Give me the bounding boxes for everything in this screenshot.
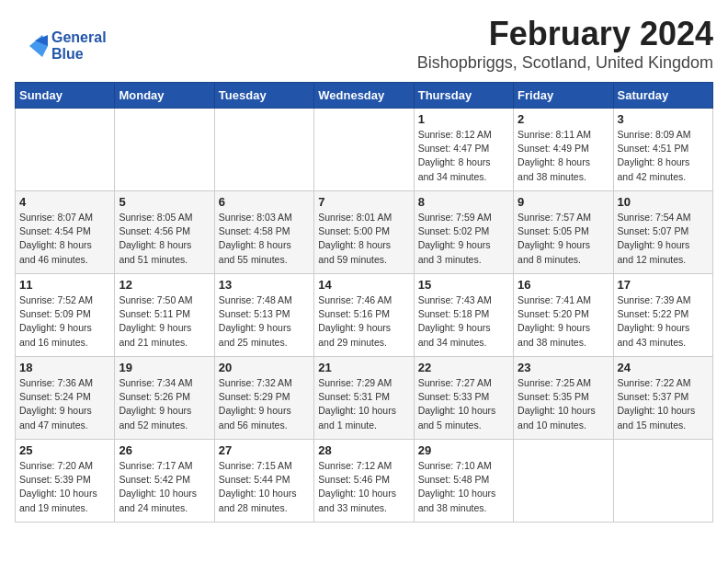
calendar-body: 1Sunrise: 8:12 AMSunset: 4:47 PMDaylight…: [16, 109, 713, 523]
day-detail: Sunrise: 7:36 AMSunset: 5:24 PMDaylight:…: [19, 376, 110, 432]
day-detail: Sunrise: 8:01 AMSunset: 5:00 PMDaylight:…: [318, 211, 409, 267]
table-row: 9Sunrise: 7:57 AMSunset: 5:05 PMDaylight…: [514, 191, 613, 274]
table-row: 28Sunrise: 7:12 AMSunset: 5:46 PMDayligh…: [314, 440, 414, 523]
day-number: 4: [19, 195, 110, 209]
day-detail: Sunrise: 7:48 AMSunset: 5:13 PMDaylight:…: [219, 293, 310, 350]
day-number: 23: [518, 361, 609, 374]
table-row: 29Sunrise: 7:10 AMSunset: 5:48 PMDayligh…: [414, 440, 513, 523]
day-detail: Sunrise: 7:12 AMSunset: 5:46 PMDaylight:…: [318, 459, 409, 515]
table-row: 13Sunrise: 7:48 AMSunset: 5:13 PMDayligh…: [214, 274, 313, 357]
col-monday: Monday: [115, 83, 214, 109]
day-detail: Sunrise: 7:15 AMSunset: 5:44 PMDaylight:…: [219, 459, 310, 515]
table-row: [214, 109, 313, 191]
day-number: 5: [119, 195, 210, 209]
day-detail: Sunrise: 7:59 AMSunset: 5:02 PMDaylight:…: [418, 211, 509, 267]
day-detail: Sunrise: 7:22 AMSunset: 5:37 PMDaylight:…: [618, 376, 709, 432]
table-row: 21Sunrise: 7:29 AMSunset: 5:31 PMDayligh…: [314, 357, 414, 440]
day-number: 7: [318, 195, 409, 209]
day-detail: Sunrise: 7:39 AMSunset: 5:22 PMDaylight:…: [618, 293, 709, 350]
table-row: 12Sunrise: 7:50 AMSunset: 5:11 PMDayligh…: [115, 274, 214, 357]
location-title: Bishopbriggs, Scotland, United Kingdom: [15, 53, 713, 73]
table-row: 14Sunrise: 7:46 AMSunset: 5:16 PMDayligh…: [314, 274, 414, 357]
day-number: 20: [219, 361, 310, 374]
day-number: 25: [19, 443, 110, 457]
day-number: 2: [518, 112, 609, 126]
day-number: 24: [618, 361, 709, 374]
table-row: 8Sunrise: 7:59 AMSunset: 5:02 PMDaylight…: [414, 191, 513, 274]
col-sunday: Sunday: [16, 83, 115, 109]
day-number: 1: [418, 112, 509, 126]
day-number: 29: [418, 443, 509, 457]
day-number: 15: [418, 278, 509, 292]
day-number: 18: [19, 361, 110, 374]
day-number: 11: [19, 278, 110, 292]
day-number: 13: [219, 278, 310, 292]
table-row: [16, 109, 115, 191]
day-number: 16: [518, 278, 609, 292]
table-row: 24Sunrise: 7:22 AMSunset: 5:37 PMDayligh…: [613, 357, 712, 440]
day-detail: Sunrise: 7:25 AMSunset: 5:35 PMDaylight:…: [518, 376, 609, 432]
day-detail: Sunrise: 8:12 AMSunset: 4:47 PMDaylight:…: [418, 128, 509, 184]
table-row: [314, 109, 414, 191]
table-row: [514, 440, 613, 523]
day-number: 17: [618, 278, 709, 292]
table-row: 20Sunrise: 7:32 AMSunset: 5:29 PMDayligh…: [214, 357, 313, 440]
day-number: 12: [119, 278, 210, 292]
day-number: 3: [618, 112, 709, 126]
day-detail: Sunrise: 8:11 AMSunset: 4:49 PMDaylight:…: [518, 128, 609, 184]
day-detail: Sunrise: 7:27 AMSunset: 5:33 PMDaylight:…: [418, 376, 509, 432]
table-row: 22Sunrise: 7:27 AMSunset: 5:33 PMDayligh…: [414, 357, 513, 440]
day-number: 27: [219, 443, 310, 457]
day-detail: Sunrise: 7:34 AMSunset: 5:26 PMDaylight:…: [119, 376, 210, 432]
table-row: 27Sunrise: 7:15 AMSunset: 5:44 PMDayligh…: [214, 440, 313, 523]
day-number: 28: [318, 443, 409, 457]
day-number: 8: [418, 195, 509, 209]
table-row: 7Sunrise: 8:01 AMSunset: 5:00 PMDaylight…: [314, 191, 414, 274]
table-row: 6Sunrise: 8:03 AMSunset: 4:58 PMDaylight…: [214, 191, 313, 274]
col-saturday: Saturday: [613, 83, 712, 109]
table-row: 16Sunrise: 7:41 AMSunset: 5:20 PMDayligh…: [514, 274, 613, 357]
day-number: 6: [219, 195, 310, 209]
day-detail: Sunrise: 7:57 AMSunset: 5:05 PMDaylight:…: [518, 211, 609, 267]
day-detail: Sunrise: 8:03 AMSunset: 4:58 PMDaylight:…: [219, 211, 310, 267]
col-friday: Friday: [514, 83, 613, 109]
table-row: 17Sunrise: 7:39 AMSunset: 5:22 PMDayligh…: [613, 274, 712, 357]
day-number: 10: [618, 195, 709, 209]
header-section: February 2024 Bishopbriggs, Scotland, Un…: [15, 15, 713, 73]
table-row: [115, 109, 214, 191]
day-number: 21: [318, 361, 409, 374]
table-row: 3Sunrise: 8:09 AMSunset: 4:51 PMDaylight…: [613, 109, 712, 191]
table-row: 11Sunrise: 7:52 AMSunset: 5:09 PMDayligh…: [16, 274, 115, 357]
col-wednesday: Wednesday: [314, 83, 414, 109]
table-row: 19Sunrise: 7:34 AMSunset: 5:26 PMDayligh…: [115, 357, 214, 440]
col-thursday: Thursday: [414, 83, 513, 109]
table-row: 2Sunrise: 8:11 AMSunset: 4:49 PMDaylight…: [514, 109, 613, 191]
day-detail: Sunrise: 7:32 AMSunset: 5:29 PMDaylight:…: [219, 376, 310, 432]
day-number: 22: [418, 361, 509, 374]
logo: General Blue: [29, 29, 107, 63]
col-tuesday: Tuesday: [214, 83, 313, 109]
table-row: 1Sunrise: 8:12 AMSunset: 4:47 PMDaylight…: [414, 109, 513, 191]
logo-graphic: [29, 29, 48, 63]
day-detail: Sunrise: 7:54 AMSunset: 5:07 PMDaylight:…: [618, 211, 709, 267]
day-detail: Sunrise: 7:50 AMSunset: 5:11 PMDaylight:…: [119, 293, 210, 350]
day-detail: Sunrise: 7:41 AMSunset: 5:20 PMDaylight:…: [518, 293, 609, 350]
day-detail: Sunrise: 7:52 AMSunset: 5:09 PMDaylight:…: [19, 293, 110, 350]
day-detail: Sunrise: 7:43 AMSunset: 5:18 PMDaylight:…: [418, 293, 509, 350]
table-row: 23Sunrise: 7:25 AMSunset: 5:35 PMDayligh…: [514, 357, 613, 440]
day-number: 14: [318, 278, 409, 292]
logo-line1: General: [51, 29, 107, 46]
day-detail: Sunrise: 8:09 AMSunset: 4:51 PMDaylight:…: [618, 128, 709, 184]
day-number: 9: [518, 195, 609, 209]
calendar-table: Sunday Monday Tuesday Wednesday Thursday…: [15, 82, 713, 523]
day-detail: Sunrise: 7:17 AMSunset: 5:42 PMDaylight:…: [119, 459, 210, 515]
month-title: February 2024: [15, 15, 713, 53]
day-detail: Sunrise: 7:29 AMSunset: 5:31 PMDaylight:…: [318, 376, 409, 432]
day-detail: Sunrise: 7:10 AMSunset: 5:48 PMDaylight:…: [418, 459, 509, 515]
calendar-header: Sunday Monday Tuesday Wednesday Thursday…: [16, 83, 713, 109]
table-row: 4Sunrise: 8:07 AMSunset: 4:54 PMDaylight…: [16, 191, 115, 274]
table-row: 10Sunrise: 7:54 AMSunset: 5:07 PMDayligh…: [613, 191, 712, 274]
day-detail: Sunrise: 7:20 AMSunset: 5:39 PMDaylight:…: [19, 459, 110, 515]
day-detail: Sunrise: 7:46 AMSunset: 5:16 PMDaylight:…: [318, 293, 409, 350]
logo-line2: Blue: [51, 46, 107, 63]
